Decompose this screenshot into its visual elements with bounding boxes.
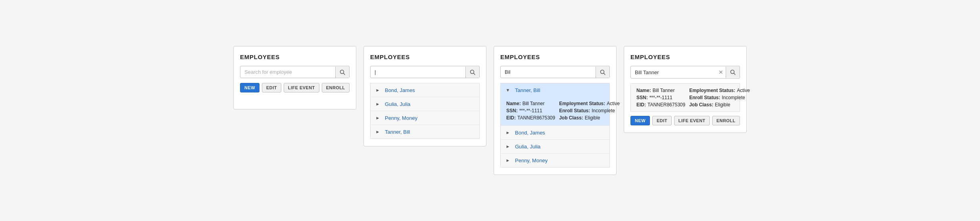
panel-1-new-button[interactable]: NEW [240, 83, 259, 92]
panel-3-employee-list: ▼ Tanner, Bill Name: Bill Tanner Employm… [500, 83, 610, 167]
svg-line-3 [474, 73, 475, 75]
panel-3-title: EMPLOYEES [500, 54, 610, 60]
detail-ssn-value: ***-**-1111 [519, 108, 542, 113]
detail-eid-label: EID: [636, 102, 646, 108]
detail-job-class-value: Eligible [715, 102, 730, 108]
chevron-right-icon: ► [375, 87, 381, 93]
detail-enroll-status: Enroll Status: Incomplete [559, 108, 620, 113]
panel-4-title: EMPLOYEES [630, 54, 740, 60]
detail-job-class-value: Eligible [585, 115, 600, 121]
detail-emp-status-value: Active [607, 101, 620, 106]
svg-line-1 [344, 73, 345, 75]
detail-enroll-status-value: Incomplete [722, 95, 745, 100]
employee-link-penny[interactable]: Penny, Money [515, 158, 548, 163]
panel-1-enroll-button[interactable]: ENROLL [322, 83, 350, 92]
chevron-right-icon: ► [375, 101, 381, 107]
detail-ssn-value: ***-**-1111 [649, 95, 673, 100]
detail-emp-status-label: Employment Status: [689, 88, 735, 93]
chevron-right-icon: ► [375, 115, 381, 121]
list-item-tanner-expanded: ▼ Tanner, Bill Name: Bill Tanner Employm… [501, 83, 609, 126]
panel-2-employee-list: ► Bond, James ► Gulia, Julia ► Penny, Mo… [370, 83, 480, 139]
detail-enroll-status: Enroll Status: Incomplete [689, 95, 750, 100]
employee-link-gulia[interactable]: Gulia, Julia [385, 101, 410, 107]
employee-link-bond[interactable]: Bond, James [515, 130, 545, 136]
panel-4-info-box: Name: Bill Tanner Employment Status: Act… [630, 83, 740, 112]
detail-enroll-status-value: Incomplete [592, 108, 615, 113]
panel-4-clear-button[interactable]: ✕ [716, 66, 726, 78]
panel-1-search-row [240, 66, 350, 78]
expanded-header[interactable]: ▼ Tanner, Bill [501, 83, 609, 97]
panel-4-edit-button[interactable]: EDIT [652, 116, 672, 125]
panels-container: EMPLOYEES NEW EDIT LIFE EVENT ENROLL EMP… [233, 46, 747, 175]
panel-1-edit-button[interactable]: EDIT [262, 83, 281, 92]
detail-eid-value: TANNER8675309 [517, 115, 555, 121]
detail-emp-status: Employment Status: Active [689, 88, 750, 93]
detail-enroll-status-label: Enroll Status: [559, 108, 590, 113]
list-item[interactable]: ► Bond, James [501, 126, 609, 140]
detail-name: Name: Bill Tanner [506, 101, 555, 106]
detail-ssn: SSN: ***-**-1111 [506, 108, 555, 113]
panel-1-life-event-button[interactable]: LIFE EVENT [284, 83, 319, 92]
detail-emp-status: Employment Status: Active [559, 101, 620, 106]
panel-4-enroll-button[interactable]: ENROLL [712, 116, 740, 125]
panel-3-search-input[interactable] [501, 66, 596, 78]
detail-job-class-label: Job Class: [559, 115, 583, 121]
panel-4: EMPLOYEES ✕ Name: Bill Tanner Employment… [624, 46, 747, 133]
detail-eid-label: EID: [506, 115, 516, 121]
panel-4-search-input[interactable] [631, 67, 716, 78]
employee-link-gulia[interactable]: Gulia, Julia [515, 144, 540, 150]
svg-line-7 [734, 73, 736, 75]
detail-name-label: Name: [636, 88, 651, 93]
chevron-down-icon: ▼ [505, 87, 511, 93]
panel-1-search-button[interactable] [335, 67, 349, 78]
detail-emp-status-label: Employment Status: [559, 101, 605, 106]
panel-1: EMPLOYEES NEW EDIT LIFE EVENT ENROLL [233, 46, 356, 110]
search-icon [730, 69, 736, 75]
panel-1-title: EMPLOYEES [240, 54, 350, 60]
detail-name-value: Bill Tanner [653, 88, 675, 93]
detail-job-class: Job Class: Eligible [689, 102, 750, 108]
employee-link-penny[interactable]: Penny, Money [385, 115, 417, 121]
panel-2-search-input[interactable] [371, 66, 465, 78]
employee-link-tanner-expanded[interactable]: Tanner, Bill [515, 87, 540, 93]
detail-eid-value: TANNER8675309 [648, 102, 685, 108]
search-icon [470, 69, 475, 75]
employee-details-tanner: Name: Bill Tanner Employment Status: Act… [501, 97, 609, 125]
panel-1-search-input[interactable] [240, 66, 335, 78]
panel-4-life-event-button[interactable]: LIFE EVENT [674, 116, 710, 125]
panel-4-search-row: ✕ [630, 66, 740, 79]
panel-2-title: EMPLOYEES [370, 54, 480, 60]
panel-2-search-row [370, 66, 480, 78]
chevron-right-icon: ► [375, 129, 381, 135]
list-item[interactable]: ► Penny, Money [371, 111, 479, 125]
detail-name-value: Bill Tanner [523, 101, 545, 106]
employee-link-bond[interactable]: Bond, James [385, 87, 415, 93]
panel-4-search-button[interactable] [726, 67, 740, 78]
detail-enroll-status-label: Enroll Status: [689, 95, 720, 100]
list-item[interactable]: ► Gulia, Julia [371, 97, 479, 111]
svg-line-5 [604, 73, 605, 75]
chevron-right-icon: ► [505, 129, 511, 136]
panel-2-search-button[interactable] [465, 67, 479, 78]
detail-name: Name: Bill Tanner [636, 88, 685, 93]
detail-emp-status-value: Active [737, 88, 750, 93]
list-item[interactable]: ► Penny, Money [501, 154, 609, 167]
chevron-right-icon: ► [505, 157, 511, 163]
detail-eid: EID: TANNER8675309 [636, 102, 685, 108]
detail-job-class-label: Job Class: [689, 102, 713, 108]
detail-ssn-label: SSN: [506, 108, 518, 113]
detail-ssn-label: SSN: [636, 95, 648, 100]
detail-ssn: SSN: ***-**-1111 [636, 95, 685, 100]
employee-link-tanner[interactable]: Tanner, Bill [385, 129, 410, 135]
panel-3: EMPLOYEES ▼ Tanner, Bill Name: [494, 46, 617, 175]
clear-icon: ✕ [719, 69, 723, 75]
panel-4-new-button[interactable]: NEW [630, 116, 650, 125]
panel-3-search-button[interactable] [596, 67, 609, 78]
chevron-right-icon: ► [505, 143, 511, 150]
detail-eid: EID: TANNER8675309 [506, 115, 555, 121]
list-item[interactable]: ► Gulia, Julia [501, 140, 609, 154]
list-item[interactable]: ► Bond, James [371, 83, 479, 97]
detail-job-class: Job Class: Eligible [559, 115, 620, 121]
panel-2: EMPLOYEES ► Bond, James ► Gulia, Julia ► [363, 46, 486, 146]
list-item[interactable]: ► Tanner, Bill [371, 125, 479, 138]
